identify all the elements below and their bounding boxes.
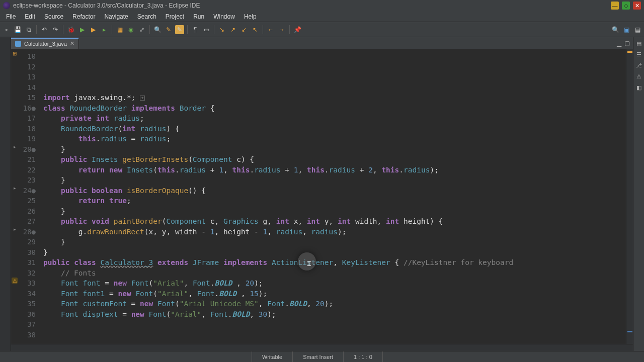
horizontal-scrollbar[interactable]: [11, 344, 633, 351]
title-bar: eclipse-workspace - Calculator 3.0/src/C…: [0, 0, 644, 11]
task-list-icon[interactable]: ☰: [635, 50, 643, 58]
status-cursor-pos: 1 : 1 : 0: [343, 351, 382, 362]
menu-source[interactable]: Source: [40, 12, 67, 21]
search-icon[interactable]: 🔍: [153, 25, 162, 34]
status-insert-mode: Smart Insert: [292, 351, 343, 362]
quick-access-icon[interactable]: 🔍: [611, 25, 620, 34]
declaration-icon[interactable]: ◧: [635, 83, 643, 92]
toggle-mark-icon[interactable]: ✎: [164, 25, 173, 34]
fold-arrow-icon[interactable]: ▸: [12, 185, 18, 191]
new-icon[interactable]: ▫: [2, 25, 11, 34]
close-tab-icon[interactable]: ✕: [70, 40, 74, 47]
forward-icon[interactable]: →: [277, 25, 286, 34]
nav3-icon[interactable]: ↙: [239, 25, 249, 34]
marker-column: ⊞ ▸ ▸ ▸ ⚠: [11, 49, 18, 344]
outline-view-icon[interactable]: ▤: [635, 39, 643, 47]
window-title: eclipse-workspace - Calculator 3.0/src/C…: [13, 2, 200, 9]
maximize-button[interactable]: ◇: [622, 2, 630, 10]
minimize-view-icon[interactable]: ▁: [617, 40, 621, 47]
maximize-view-icon[interactable]: ▢: [624, 40, 630, 47]
editor-region: Calculator_3.java ✕ ▁ ▢ ⊞ ▸ ▸ ▸ ⚠ 101213…: [11, 37, 633, 351]
tab-label: Calculator_3.java: [24, 41, 67, 47]
menu-edit[interactable]: Edit: [21, 12, 39, 21]
menu-file[interactable]: File: [2, 12, 20, 21]
close-button[interactable]: ✕: [633, 2, 641, 10]
menu-refactor[interactable]: Refactor: [68, 12, 99, 21]
right-trim: ▤ ☰ ⎇ ⚠ ◧: [633, 37, 644, 351]
save-all-icon[interactable]: ⧉: [24, 25, 33, 34]
java-file-icon: [15, 41, 21, 47]
main-area: Calculator_3.java ✕ ▁ ▢ ⊞ ▸ ▸ ▸ ⚠ 101213…: [0, 37, 644, 351]
overview-warning-mark: [627, 51, 632, 53]
problems-icon[interactable]: ⚠: [635, 72, 643, 80]
status-bar: Writable Smart Insert 1 : 1 : 0: [0, 351, 644, 362]
nav2-icon[interactable]: ↗: [228, 25, 237, 34]
open-type-icon[interactable]: ⤢: [137, 25, 146, 34]
nav4-icon[interactable]: ↖: [251, 25, 260, 34]
overview-ruler[interactable]: [626, 49, 633, 344]
run-last-icon[interactable]: ▸: [100, 25, 109, 34]
block-sel-icon[interactable]: ▭: [202, 25, 211, 34]
toolbar: ▫ 💾 ⧉ ↶ ↷ 🐞 ▶ ▶ ▸ ▦ ◉ ⤢ 🔍 ✎ ✎ ¶ ▭ ↘ ↗ ↙ …: [0, 22, 644, 37]
menu-project[interactable]: Project: [162, 12, 188, 21]
editor[interactable]: ⊞ ▸ ▸ ▸ ⚠ 101213141516●17181920●21222324…: [11, 49, 633, 344]
text-cursor-icon: ⌶: [307, 258, 311, 269]
fold-arrow-icon[interactable]: ▸: [12, 226, 18, 232]
perspective-open-icon[interactable]: ▤: [633, 25, 642, 34]
editor-tabs: Calculator_3.java ✕ ▁ ▢: [11, 37, 633, 49]
toggle-highlight-icon[interactable]: ✎: [175, 25, 184, 34]
save-icon[interactable]: 💾: [13, 25, 22, 34]
menu-run[interactable]: Run: [189, 12, 208, 21]
left-trim: [0, 37, 11, 351]
back-icon[interactable]: ←: [266, 25, 275, 34]
eclipse-icon: [3, 2, 10, 9]
show-whitespace-icon[interactable]: ¶: [191, 25, 200, 34]
run-icon[interactable]: ▶: [77, 25, 87, 34]
code-area[interactable]: ⌶ import javax.swing.*; +class RoundedBo…: [40, 49, 626, 344]
debug-icon[interactable]: 🐞: [66, 25, 75, 34]
new-package-icon[interactable]: ▦: [115, 25, 124, 34]
menu-search[interactable]: Search: [133, 12, 160, 21]
menu-window[interactable]: Window: [209, 12, 239, 21]
tab-calculator3[interactable]: Calculator_3.java ✕: [11, 38, 79, 49]
status-writable: Writable: [252, 351, 292, 362]
fold-plus-icon[interactable]: ⊞: [12, 50, 18, 56]
menu-navigate[interactable]: Navigate: [100, 12, 132, 21]
perspective-java-icon[interactable]: ▣: [622, 25, 631, 34]
coverage-icon[interactable]: ▶: [89, 25, 98, 34]
new-class-icon[interactable]: ◉: [126, 25, 135, 34]
line-numbers: 101213141516●17181920●21222324●25262728●…: [18, 49, 40, 344]
nav1-icon[interactable]: ↘: [217, 25, 226, 34]
redo-icon[interactable]: ↷: [51, 25, 60, 34]
warning-icon[interactable]: ⚠: [12, 278, 18, 284]
type-hierarchy-icon[interactable]: ⎇: [635, 61, 643, 69]
menu-help[interactable]: Help: [240, 12, 261, 21]
menu-bar: File Edit Source Refactor Navigate Searc…: [0, 11, 644, 22]
pin-icon[interactable]: 📌: [293, 25, 302, 34]
minimize-button[interactable]: —: [611, 2, 619, 10]
overview-info-mark: [627, 331, 632, 332]
undo-icon[interactable]: ↶: [40, 25, 49, 34]
fold-arrow-icon[interactable]: ▸: [12, 144, 18, 150]
